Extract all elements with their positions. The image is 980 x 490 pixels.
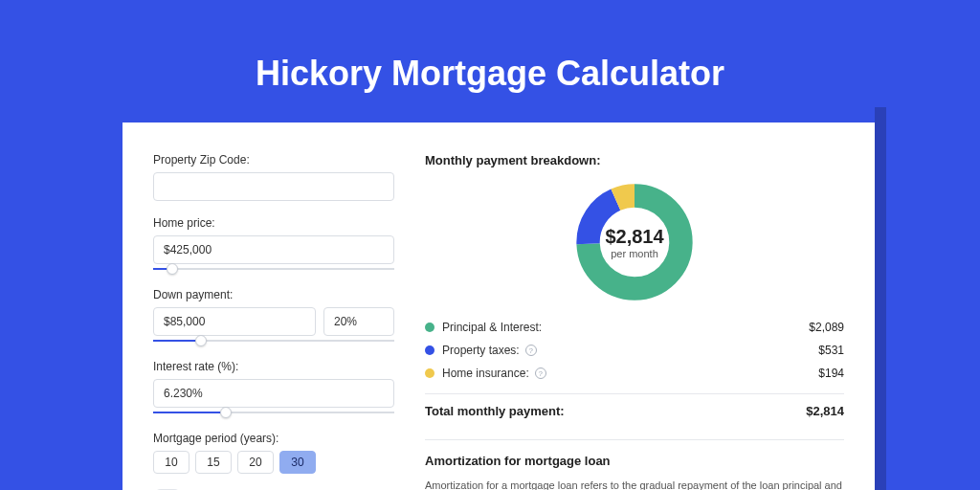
mortgage-period-group: Mortgage period (years): 10 15 20 30 bbox=[153, 432, 394, 474]
legend-value: $2,089 bbox=[809, 321, 844, 334]
legend: Principal & Interest: $2,089 Property ta… bbox=[425, 321, 844, 380]
home-price-label: Home price: bbox=[153, 216, 394, 230]
interest-rate-input[interactable] bbox=[153, 379, 394, 408]
down-payment-amount-input[interactable] bbox=[153, 307, 316, 336]
legend-row-tax: Property taxes: ? $531 bbox=[425, 344, 844, 357]
amortization-text: Amortization for a mortgage loan refers … bbox=[425, 478, 844, 490]
amortization-title: Amortization for mortgage loan bbox=[425, 454, 844, 468]
interest-rate-label: Interest rate (%): bbox=[153, 360, 394, 373]
app-frame: Hickory Mortgage Calculator Property Zip… bbox=[0, 0, 980, 490]
donut-amount: $2,814 bbox=[605, 226, 663, 248]
slider-thumb[interactable] bbox=[195, 335, 207, 346]
home-price-input[interactable] bbox=[153, 235, 394, 264]
total-value: $2,814 bbox=[806, 404, 844, 418]
mortgage-period-tabs: 10 15 20 30 bbox=[153, 451, 394, 474]
legend-label: Home insurance: ? bbox=[442, 367, 818, 380]
inputs-column: Property Zip Code: Home price: Down paym… bbox=[153, 153, 394, 490]
help-icon[interactable]: ? bbox=[535, 368, 546, 379]
legend-value: $194 bbox=[818, 367, 844, 380]
zip-label: Property Zip Code: bbox=[153, 153, 394, 167]
legend-row-ins: Home insurance: ? $194 bbox=[425, 367, 844, 380]
breakdown-title: Monthly payment breakdown: bbox=[425, 153, 844, 167]
legend-row-pi: Principal & Interest: $2,089 bbox=[425, 321, 844, 334]
legend-dot bbox=[425, 345, 434, 355]
period-10[interactable]: 10 bbox=[153, 451, 189, 474]
period-30[interactable]: 30 bbox=[279, 451, 316, 474]
calculator-card: Property Zip Code: Home price: Down paym… bbox=[122, 122, 875, 490]
legend-label: Principal & Interest: bbox=[442, 321, 809, 334]
amortization-section: Amortization for mortgage loan Amortizat… bbox=[425, 439, 844, 490]
slider-thumb[interactable] bbox=[167, 263, 178, 275]
down-payment-label: Down payment: bbox=[153, 288, 394, 301]
interest-rate-slider[interactable] bbox=[153, 407, 394, 416]
mortgage-period-label: Mortgage period (years): bbox=[153, 432, 394, 445]
legend-value: $531 bbox=[818, 344, 844, 357]
zip-input[interactable] bbox=[153, 172, 394, 201]
period-20[interactable]: 20 bbox=[237, 451, 274, 474]
home-price-group: Home price: bbox=[153, 216, 394, 273]
donut-chart-wrap: $2,814 per month bbox=[425, 181, 844, 303]
donut-center: $2,814 per month bbox=[573, 181, 696, 303]
interest-rate-group: Interest rate (%): bbox=[153, 360, 394, 416]
slider-thumb[interactable] bbox=[220, 407, 232, 418]
help-icon[interactable]: ? bbox=[525, 345, 537, 356]
legend-dot bbox=[425, 323, 434, 332]
period-15[interactable]: 15 bbox=[195, 451, 232, 474]
total-label: Total monthly payment: bbox=[425, 404, 806, 418]
divider bbox=[425, 393, 844, 394]
legend-dot bbox=[425, 368, 434, 378]
zip-group: Property Zip Code: bbox=[153, 153, 394, 201]
donut-sub: per month bbox=[611, 248, 658, 259]
page-title: Hickory Mortgage Calculator bbox=[0, 0, 980, 121]
down-payment-slider[interactable] bbox=[153, 335, 394, 345]
down-payment-percent-input[interactable] bbox=[323, 307, 394, 336]
total-row: Total monthly payment: $2,814 bbox=[425, 404, 844, 418]
home-price-slider[interactable] bbox=[153, 263, 394, 273]
breakdown-column: Monthly payment breakdown: $2,814 per mo… bbox=[425, 153, 844, 490]
donut-chart: $2,814 per month bbox=[573, 181, 696, 303]
down-payment-group: Down payment: bbox=[153, 288, 394, 345]
legend-label: Property taxes: ? bbox=[442, 344, 818, 357]
right-shadow-strip bbox=[875, 107, 886, 490]
